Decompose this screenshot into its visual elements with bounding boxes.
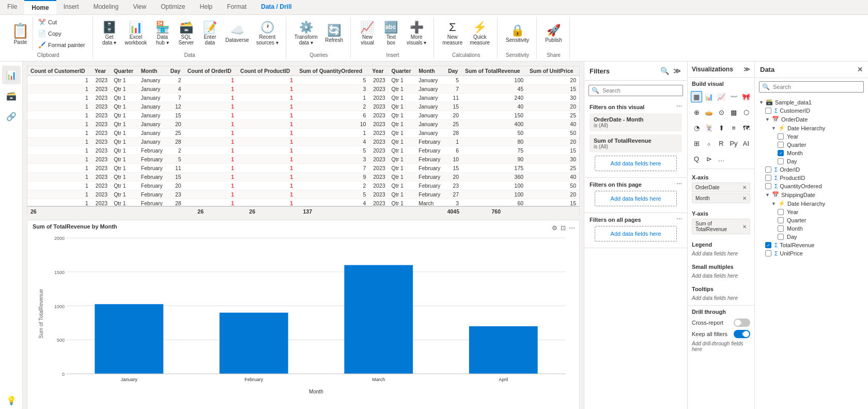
tab-home[interactable]: Home bbox=[24, 0, 56, 14]
tooltips-add-field[interactable]: Add data fields here bbox=[692, 294, 750, 302]
tree-check-day1[interactable] bbox=[778, 158, 784, 164]
xaxis-remove-month[interactable]: ✕ bbox=[742, 195, 747, 201]
viz-icon-line[interactable]: 📈 bbox=[716, 91, 727, 102]
tree-check-totalrevenue[interactable]: ✓ bbox=[765, 242, 771, 248]
tree-item-qty[interactable]: Σ QuantityOrdered bbox=[759, 182, 864, 190]
tree-item-customerid[interactable]: Σ CustomerID bbox=[759, 107, 864, 115]
tree-expand-hierarchy1[interactable]: ▼ bbox=[771, 126, 776, 131]
add-data-page-button[interactable]: Add data fields here bbox=[595, 191, 677, 206]
filter-search-input[interactable] bbox=[588, 85, 683, 96]
tree-check-month1[interactable]: ✓ bbox=[778, 150, 784, 156]
sidebar-ai-icon[interactable]: 💡 bbox=[2, 391, 21, 409]
tree-item-year1[interactable]: Year bbox=[759, 132, 864, 141]
viz-icon-decomp[interactable]: ⊳ bbox=[703, 153, 715, 164]
viz-icon-card[interactable]: 🃏 bbox=[703, 122, 715, 133]
chart-expand-icon[interactable]: ⊡ bbox=[561, 224, 566, 232]
tab-data-drill[interactable]: Data / Drill bbox=[254, 0, 299, 14]
tree-check-quarter2[interactable] bbox=[778, 217, 784, 223]
filters-on-all-pages-title[interactable]: Filters on all pages ⋯ bbox=[590, 216, 682, 223]
tab-insert[interactable]: Insert bbox=[56, 0, 86, 14]
tree-check-productid[interactable] bbox=[765, 175, 771, 181]
viz-icon-scatter[interactable]: ⊕ bbox=[691, 107, 702, 118]
tab-format[interactable]: Format bbox=[220, 0, 254, 14]
filters-expand-icon[interactable]: ≫ bbox=[672, 66, 682, 76]
filters-on-visual-title[interactable]: Filters on this visual ⋯ bbox=[590, 103, 682, 110]
excel-workbook-button[interactable]: 📊Excelworkbook bbox=[122, 20, 150, 48]
format-painter-button[interactable]: 🖌️Format painter bbox=[35, 40, 88, 50]
keep-all-filters-toggle[interactable]: On bbox=[734, 330, 750, 338]
bar-march[interactable] bbox=[344, 265, 413, 374]
viz-icon-slicer[interactable]: ≡ bbox=[728, 122, 739, 133]
filters-on-page-more[interactable]: ⋯ bbox=[676, 181, 682, 188]
viz-icon-table[interactable]: ▦ bbox=[691, 91, 702, 102]
tree-check-unitprice[interactable] bbox=[765, 250, 771, 256]
tree-item-orderid[interactable]: Σ OrderID bbox=[759, 165, 864, 174]
tab-view[interactable]: View bbox=[126, 0, 153, 14]
xaxis-remove-orderdate[interactable]: ✕ bbox=[742, 185, 747, 190]
add-data-visual-button[interactable]: Add data fields here bbox=[595, 156, 677, 171]
data-hub-button[interactable]: 🏪Datahub ▾ bbox=[151, 20, 174, 48]
tree-item-quarter2[interactable]: Quarter bbox=[759, 216, 864, 224]
tree-item-year2[interactable]: Year bbox=[759, 208, 864, 216]
bar-february[interactable] bbox=[220, 313, 288, 374]
tree-check-orderid[interactable] bbox=[765, 166, 771, 173]
viz-icon-kpi[interactable]: ⬆ bbox=[716, 122, 727, 133]
tree-check-month2[interactable] bbox=[778, 225, 784, 232]
publish-button[interactable]: 🚀Publish bbox=[542, 23, 565, 45]
tree-item-date-hierarchy-1[interactable]: ▼ ⚡ Date Hierarchy bbox=[759, 124, 864, 132]
cross-report-toggle[interactable]: On bbox=[734, 319, 750, 327]
chart-filter-icon[interactable]: ⚙ bbox=[552, 224, 557, 232]
tree-item-day2[interactable]: Day bbox=[759, 233, 864, 241]
viz-icon-ribbon[interactable]: 🎀 bbox=[740, 91, 752, 102]
viz-icon-waterfall[interactable]: ⬦ bbox=[703, 138, 715, 149]
filters-on-visual-more[interactable]: ⋯ bbox=[676, 103, 682, 110]
tree-item-date-hierarchy-2[interactable]: ▼ ⚡ Date Hierarchy bbox=[759, 199, 864, 208]
tree-item-orderdate[interactable]: ▼ 📅 OrderDate bbox=[759, 115, 864, 124]
paste-button[interactable]: 📋 Paste bbox=[8, 17, 33, 50]
filters-on-page-title[interactable]: Filters on this page ⋯ bbox=[590, 181, 682, 188]
viz-icon-pie[interactable]: 🥧 bbox=[703, 107, 715, 118]
tree-check-day2[interactable] bbox=[778, 234, 784, 240]
copy-button[interactable]: 📄Copy bbox=[35, 28, 88, 39]
sidebar-model-icon[interactable]: 🔗 bbox=[2, 107, 21, 126]
tree-item-totalrevenue[interactable]: ✓ Σ TotalRevenue bbox=[759, 241, 864, 249]
transform-data-button[interactable]: ⚙️Transformdata ▾ bbox=[291, 20, 321, 48]
drill-add-field[interactable]: Add drill-through fields here bbox=[692, 340, 750, 353]
viz-expand-icon[interactable]: ≫ bbox=[743, 66, 750, 73]
tree-item-shippingdate[interactable]: ▼ 📅 ShippingDate bbox=[759, 190, 864, 199]
sql-server-button[interactable]: 🗃️SQLServer bbox=[175, 20, 197, 48]
tree-check-qty[interactable] bbox=[765, 183, 771, 189]
chart-more-icon[interactable]: ⋯ bbox=[569, 224, 575, 232]
tree-expand-orderdate[interactable]: ▼ bbox=[765, 117, 770, 122]
viz-icon-gauge[interactable]: ◔ bbox=[691, 122, 702, 133]
tree-item-month2[interactable]: Month bbox=[759, 224, 864, 233]
enter-data-button[interactable]: 📝Enterdata bbox=[198, 20, 221, 48]
get-data-button[interactable]: 🗄️Getdata ▾ bbox=[98, 20, 121, 48]
viz-icon-bar[interactable]: 📊 bbox=[703, 91, 715, 102]
tab-help[interactable]: Help bbox=[193, 0, 220, 14]
tree-expand-shippingdate[interactable]: ▼ bbox=[765, 192, 770, 198]
tab-optimize[interactable]: Optimize bbox=[153, 0, 192, 14]
quick-measure-button[interactable]: ⚡Quickmeasure bbox=[467, 20, 493, 48]
cut-button[interactable]: ✂️Cut bbox=[35, 17, 88, 27]
viz-icon-matrix[interactable]: ⊞ bbox=[691, 138, 702, 149]
viz-icon-treemap[interactable]: ▩ bbox=[728, 107, 739, 118]
tree-item-quarter1[interactable]: Quarter bbox=[759, 141, 864, 149]
tree-item-productid[interactable]: Σ ProductID bbox=[759, 174, 864, 182]
filters-all-pages-more[interactable]: ⋯ bbox=[676, 216, 682, 223]
viz-icon-r-visual[interactable]: R bbox=[716, 138, 727, 149]
bar-january[interactable] bbox=[95, 304, 163, 374]
filters-search-icon[interactable]: 🔍 bbox=[659, 66, 670, 76]
xaxis-chip-month[interactable]: Month ✕ bbox=[692, 193, 750, 203]
tree-expand-hierarchy2[interactable]: ▼ bbox=[771, 201, 776, 206]
sidebar-data-icon[interactable]: 🗃️ bbox=[2, 86, 21, 105]
viz-icon-more[interactable]: … bbox=[716, 153, 727, 164]
recent-sources-button[interactable]: 🕐Recentsources ▾ bbox=[253, 20, 282, 48]
viz-icon-funnel[interactable]: ⬡ bbox=[740, 107, 752, 118]
viz-icon-area[interactable]: 〰 bbox=[728, 91, 739, 102]
tree-check-year1[interactable] bbox=[778, 133, 784, 140]
tree-check-quarter1[interactable] bbox=[778, 142, 784, 148]
sidebar-report-icon[interactable]: 📊 bbox=[2, 66, 21, 84]
sensitivity-button[interactable]: 🔒Sensitivity bbox=[503, 23, 532, 45]
viz-icon-donut[interactable]: ⊙ bbox=[716, 107, 727, 118]
